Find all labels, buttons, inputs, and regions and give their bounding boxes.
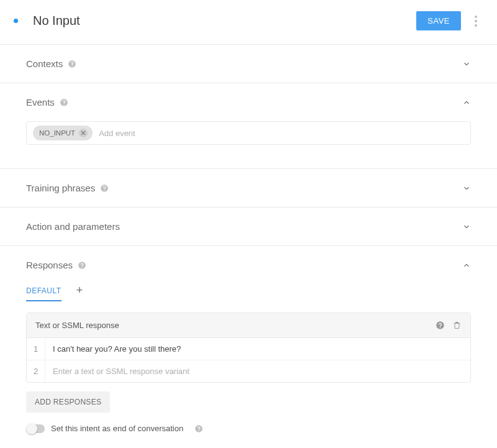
chevron-up-icon xyxy=(462,261,471,270)
section-title-training: Training phrases xyxy=(26,183,95,193)
events-chip-row[interactable]: NO_INPUT xyxy=(26,121,471,145)
response-input[interactable] xyxy=(45,338,470,360)
add-tab-button[interactable]: + xyxy=(76,284,83,299)
trash-icon[interactable] xyxy=(452,321,462,330)
help-icon[interactable] xyxy=(78,261,86,270)
response-card-title: Text or SSML response xyxy=(35,321,119,330)
chevron-down-icon xyxy=(462,60,471,68)
status-dot xyxy=(14,19,18,23)
section-title-responses: Responses xyxy=(26,260,73,270)
help-icon[interactable] xyxy=(100,184,109,193)
section-head-action[interactable]: Action and parameters xyxy=(0,208,497,245)
chevron-down-icon xyxy=(462,184,471,193)
section-title-events: Events xyxy=(26,97,55,107)
section-title-contexts: Contexts xyxy=(26,58,63,69)
save-button[interactable]: SAVE xyxy=(416,11,461,30)
response-input[interactable] xyxy=(45,360,470,382)
more-menu-button[interactable] xyxy=(468,16,483,27)
section-head-events[interactable]: Events xyxy=(0,83,497,121)
help-icon[interactable] xyxy=(68,60,76,68)
section-title-action: Action and parameters xyxy=(26,221,120,232)
response-row: 2 xyxy=(27,360,470,382)
chevron-down-icon xyxy=(462,222,471,231)
add-event-input[interactable] xyxy=(98,128,464,139)
end-of-conversation-label: Set this intent as end of conversation xyxy=(51,424,183,433)
add-responses-button[interactable]: ADD RESPONSES xyxy=(26,391,110,413)
close-icon[interactable] xyxy=(79,129,88,137)
end-of-conversation-toggle[interactable] xyxy=(26,424,45,433)
response-row-index: 1 xyxy=(27,338,45,360)
help-icon[interactable] xyxy=(435,321,445,330)
help-icon[interactable] xyxy=(194,424,203,433)
response-row: 1 xyxy=(27,338,470,360)
section-head-training[interactable]: Training phrases xyxy=(0,169,497,207)
section-head-responses[interactable]: Responses xyxy=(0,246,497,284)
section-head-contexts[interactable]: Contexts xyxy=(0,45,497,83)
tab-default[interactable]: DEFAULT xyxy=(26,281,62,301)
event-chip-label: NO_INPUT xyxy=(39,129,75,137)
chevron-up-icon xyxy=(462,98,471,107)
event-chip: NO_INPUT xyxy=(33,126,93,140)
response-row-index: 2 xyxy=(27,360,45,382)
page-title: No Input xyxy=(33,14,416,28)
help-icon[interactable] xyxy=(60,98,68,107)
